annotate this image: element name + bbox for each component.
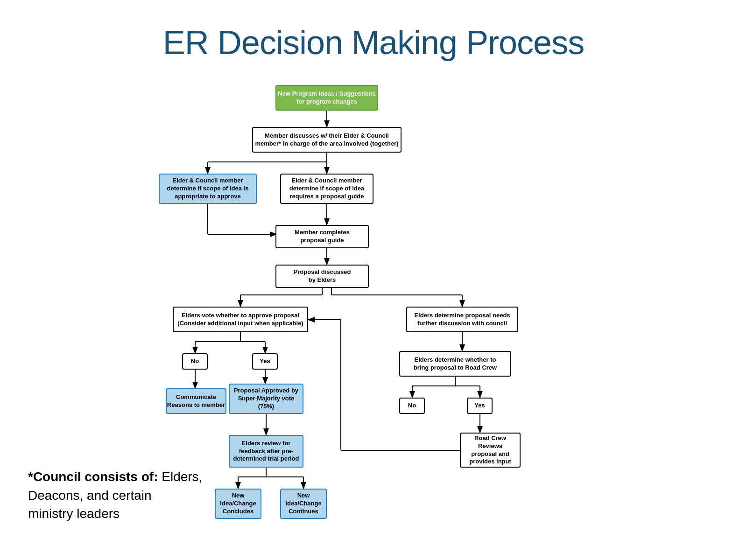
elders-review-label: Elders review for feedback after pre- de… [233, 440, 299, 463]
elder-scope-proposal-label: Elder & Council member determine if scop… [289, 177, 364, 201]
proposal-approved-box: Proposal Approved by Super Majority vote… [229, 384, 303, 414]
proposal-discussed-label: Proposal discussed by Elders [294, 268, 351, 284]
proposal-discussed-box: Proposal discussed by Elders [275, 265, 369, 288]
no-box-2: No [399, 398, 425, 414]
communicate-label: Communicate Reasons to member [167, 393, 225, 409]
yes-box: Yes [252, 353, 278, 370]
member-completes-label: Member completes proposal guide [295, 229, 350, 245]
new-program-label: New Program Ideas / Suggestions for prog… [278, 90, 376, 106]
road-crew-label: Road Crew Reviews proposal and provides … [469, 434, 511, 466]
member-completes-box: Member completes proposal guide [275, 225, 369, 248]
new-program-box: New Program Ideas / Suggestions for prog… [275, 85, 378, 111]
elders-further-discussion-label: Elders determine proposal needs further … [414, 312, 510, 328]
footnote: *Council consists of: Elders, Deacons, a… [28, 468, 202, 523]
yes-label: Yes [260, 357, 270, 365]
no2-label: No [408, 402, 416, 410]
new-idea-concludes-box: New Idea/Change Concludes [215, 489, 261, 519]
new-idea-concludes-label: New Idea/Change Concludes [220, 492, 256, 516]
proposal-approved-label: Proposal Approved by Super Majority vote… [234, 387, 298, 411]
no-box: No [182, 353, 208, 370]
new-idea-continues-box: New Idea/Change Continues [280, 489, 327, 519]
elder-scope-proposal-box: Elder & Council member determine if scop… [280, 174, 374, 204]
elder-scope-approve-box: Elder & Council member determine if scop… [159, 174, 257, 204]
elders-determine-box: Elders determine whether to bring propos… [399, 351, 511, 377]
elders-vote-label: Elders vote whether to approve proposal … [177, 312, 303, 328]
page-title: ER Decision Making Process [0, 0, 747, 76]
road-crew-box: Road Crew Reviews proposal and provides … [460, 433, 521, 468]
member-discusses-label: Member discusses w/ their Elder & Counci… [255, 132, 398, 148]
no-label: No [191, 357, 199, 365]
yes-box-2: Yes [467, 398, 493, 414]
elder-scope-approve-label: Elder & Council member determine if scop… [167, 177, 249, 201]
yes2-label: Yes [474, 402, 485, 410]
member-discusses-box: Member discusses w/ their Elder & Counci… [252, 127, 402, 153]
new-idea-continues-label: New Idea/Change Continues [285, 492, 321, 516]
elders-further-discussion-box: Elders determine proposal needs further … [406, 307, 518, 332]
elders-determine-label: Elders determine whether to bring propos… [414, 356, 497, 372]
footnote-star: *Council consists of: [28, 469, 158, 484]
elders-vote-box: Elders vote whether to approve proposal … [173, 307, 308, 332]
communicate-box: Communicate Reasons to member [166, 388, 226, 414]
elders-review-box: Elders review for feedback after pre- de… [229, 435, 303, 468]
